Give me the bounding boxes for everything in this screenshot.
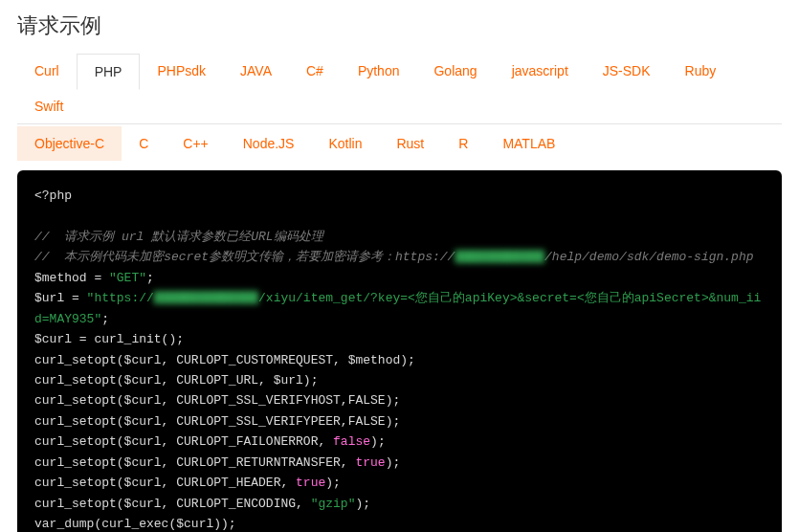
code-snippet: <?php // 请求示例 url 默认请求参数已经URL编码处理 // 本示例… [17,170,782,532]
code-blur-host-2: ██████████████ [154,291,258,305]
code-setopt-url: curl_setopt($curl, CURLOPT_URL, $url); [34,373,318,388]
tab-r[interactable]: R [441,126,485,161]
code-method-var: $method = [34,271,109,285]
tab-cpp[interactable]: C++ [166,126,225,161]
code-paren-semi: ); [370,434,386,449]
tab-c[interactable]: C [122,126,166,161]
code-true: true [296,476,325,490]
code-setopt-verifypeer: curl_setopt($curl, CURLOPT_SSL_VERIFYPEE… [34,414,400,429]
code-curl-init: $curl = curl_init(); [34,332,184,346]
code-setopt-returntransfer: curl_setopt($curl, CURLOPT_RETURNTRANSFE… [34,455,355,470]
code-setopt-verifyhost: curl_setopt($curl, CURLOPT_SSL_VERIFYHOS… [34,393,400,408]
code-gzip: "gzip" [311,497,356,511]
code-paren-semi: ); [386,455,401,470]
code-setopt-failonerror: curl_setopt($curl, CURLOPT_FAILONERROR, [34,434,333,449]
code-open-tag: <?php [34,188,72,203]
language-tabs: Curl PHP PHPsdk JAVA C# Python Golang ja… [0,54,799,161]
code-paren-semi: ); [325,476,341,490]
code-setopt-header: curl_setopt($curl, CURLOPT_HEADER, [34,476,296,490]
tab-php[interactable]: PHP [77,54,141,90]
tab-java[interactable]: JAVA [223,54,289,89]
tab-javascript[interactable]: javascript [495,54,586,89]
code-comment-2a: // 本示例代码未加密secret参数明文传输，若要加密请参考：https:// [34,250,455,264]
tab-matlab[interactable]: MATLAB [485,126,572,161]
code-false: false [333,434,370,449]
tab-nodejs[interactable]: Node.JS [226,126,312,161]
code-setopt-customrequest: curl_setopt($curl, CURLOPT_CUSTOMREQUEST… [34,353,415,367]
code-true: true [355,455,385,470]
code-semi: ; [101,312,109,326]
tab-kotlin[interactable]: Kotlin [311,126,379,161]
code-url-str1: "https:// [87,291,154,305]
code-comment-2b: /help/demo/sdk/demo-sign.php [544,250,753,264]
code-semi: ; [146,271,154,285]
tab-swift[interactable]: Swift [17,89,80,123]
tab-phpsdk[interactable]: PHPsdk [140,54,223,89]
tab-ruby[interactable]: Ruby [668,54,734,89]
code-method-str: "GET" [109,271,146,285]
tab-golang[interactable]: Golang [416,54,494,89]
tab-objective-c[interactable]: Objective-C [17,126,122,161]
code-url-var: $url = [34,291,87,305]
tab-rust[interactable]: Rust [379,126,441,161]
tab-csharp[interactable]: C# [289,54,341,89]
tab-jssdk[interactable]: JS-SDK [586,54,668,89]
code-comment-1: // 请求示例 url 默认请求参数已经URL编码处理 [34,230,323,244]
page-title: 请求示例 [0,0,799,54]
tab-python[interactable]: Python [341,54,417,89]
code-blur-host-1: ████████████ [455,250,544,264]
code-setopt-encoding: curl_setopt($curl, CURLOPT_ENCODING, [34,497,311,511]
tab-curl[interactable]: Curl [17,54,77,89]
code-paren-semi: ); [355,497,370,511]
code-vardump: var_dump(curl_exec($curl)); [34,517,236,531]
